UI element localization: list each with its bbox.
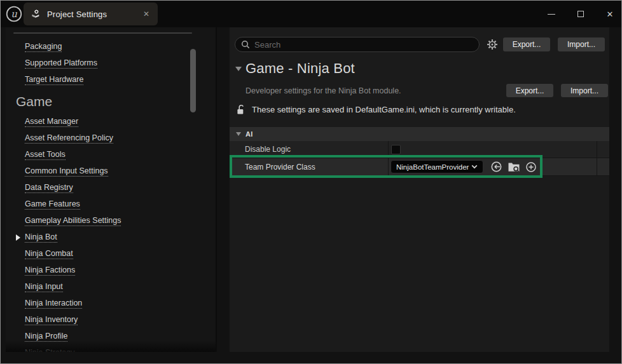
settings-main-panel: Export... Import... Game - Ninja Bot Dev… — [230, 27, 609, 352]
sidebar-item-gameplay-abilities-settings[interactable]: Gameplay Abilities Settings — [6, 213, 216, 229]
page-title: Game - Ninja Bot — [245, 60, 355, 77]
category-label: AI — [245, 130, 253, 138]
sidebar-item-ninja-combat[interactable]: Ninja Combat — [6, 246, 216, 262]
property-value-cell: NinjaBotTeamProvider — [389, 158, 609, 175]
sidebar-top-list: Packaging Supported Platforms Target Har… — [6, 39, 216, 88]
reset-column — [597, 141, 609, 158]
maximize-button[interactable] — [576, 9, 586, 19]
minimize-icon — [548, 14, 555, 15]
sidebar-item-data-registry[interactable]: Data Registry — [6, 180, 216, 196]
sidebar-item-packaging[interactable]: Packaging — [6, 39, 216, 55]
property-name: Disable Logic — [230, 141, 389, 158]
section-collapse-caret-icon[interactable] — [235, 67, 242, 71]
window-controls: ✕ — [546, 1, 615, 27]
settings-sidebar: Packaging Supported Platforms Target Har… — [6, 27, 217, 352]
sidebar-game-list: Asset Manager Asset Referencing Policy A… — [6, 114, 216, 352]
dropdown-selected-value: NinjaBotTeamProvider — [396, 163, 471, 171]
section-import-button[interactable]: Import... — [561, 84, 608, 97]
sidebar-item-game-features[interactable]: Game Features — [6, 196, 216, 213]
property-row-team-provider-class: Team Provider Class NinjaBotTeamProvider — [230, 158, 609, 176]
project-settings-icon — [31, 9, 41, 19]
export-button[interactable]: Export... — [503, 37, 550, 51]
tab-project-settings[interactable]: Project Settings ✕ — [24, 3, 158, 25]
chevron-down-icon — [471, 165, 478, 169]
sidebar-item-target-hardware[interactable]: Target Hardware — [6, 72, 216, 88]
property-value-cell — [389, 141, 609, 158]
tab-close-icon[interactable]: ✕ — [142, 9, 151, 19]
page-description: Developer settings for the Ninja Bot mod… — [245, 86, 401, 95]
config-notice-text: These settings are saved in DefaultGame.… — [252, 105, 516, 114]
sidebar-item-ninja-bot[interactable]: Ninja Bot — [6, 229, 216, 246]
search-input[interactable] — [254, 40, 473, 50]
selected-item-arrow-icon — [16, 234, 20, 241]
sidebar-scrollbar-thumb[interactable] — [190, 49, 196, 112]
disable-logic-checkbox[interactable] — [391, 145, 401, 154]
search-box — [235, 37, 480, 52]
project-settings-window: u Project Settings ✕ ✕ Packaging Sup — [0, 0, 622, 364]
sidebar-item-ninja-input[interactable]: Ninja Input — [6, 279, 216, 295]
sidebar-item-asset-referencing-policy[interactable]: Asset Referencing Policy — [6, 130, 216, 147]
sidebar-item-supported-platforms[interactable]: Supported Platforms — [6, 55, 216, 72]
property-row-disable-logic: Disable Logic — [230, 141, 609, 158]
add-new-asset-icon[interactable] — [525, 161, 537, 173]
maximize-icon — [577, 11, 584, 17]
sidebar-section-game: Game — [6, 93, 216, 110]
reset-column — [597, 158, 609, 175]
titlebar: u Project Settings ✕ ✕ — [1, 1, 621, 27]
config-file-notice: These settings are saved in DefaultGame.… — [237, 104, 516, 115]
import-button[interactable]: Import... — [558, 37, 605, 51]
property-grid: Disable Logic Team Provider Class NinjaB… — [230, 141, 609, 176]
sidebar-top-divider — [13, 32, 192, 34]
unreal-engine-logo-icon: u — [6, 6, 22, 22]
tab-title: Project Settings — [47, 10, 107, 19]
team-provider-class-dropdown[interactable]: NinjaBotTeamProvider — [390, 160, 483, 173]
property-name: Team Provider Class — [230, 158, 389, 175]
settings-gear-icon[interactable] — [487, 39, 498, 50]
sidebar-item-ninja-factions[interactable]: Ninja Factions — [6, 262, 216, 279]
search-icon — [241, 40, 250, 49]
sidebar-item-asset-manager[interactable]: Asset Manager — [6, 114, 216, 130]
unlocked-padlock-icon — [237, 104, 246, 115]
svg-text:u: u — [11, 8, 17, 20]
sidebar-item-asset-tools[interactable]: Asset Tools — [6, 147, 216, 163]
use-selected-asset-icon[interactable] — [490, 161, 502, 173]
sidebar-item-ninja-inventory[interactable]: Ninja Inventory — [6, 312, 216, 328]
sidebar-item-ninja-interaction[interactable]: Ninja Interaction — [6, 295, 216, 312]
category-collapse-caret-icon[interactable] — [236, 132, 241, 136]
sidebar-item-common-input-settings[interactable]: Common Input Settings — [6, 163, 216, 180]
sidebar-item-ninja-profile[interactable]: Ninja Profile — [6, 328, 216, 345]
category-header-ai[interactable]: AI — [230, 127, 609, 141]
close-button[interactable]: ✕ — [605, 9, 615, 19]
asset-action-icons — [490, 161, 537, 173]
section-export-button[interactable]: Export... — [506, 84, 553, 97]
browse-to-asset-icon[interactable] — [508, 161, 520, 173]
sidebar-item-ninja-strategy[interactable]: Ninja Strategy — [6, 345, 216, 352]
minimize-button[interactable] — [546, 9, 556, 19]
